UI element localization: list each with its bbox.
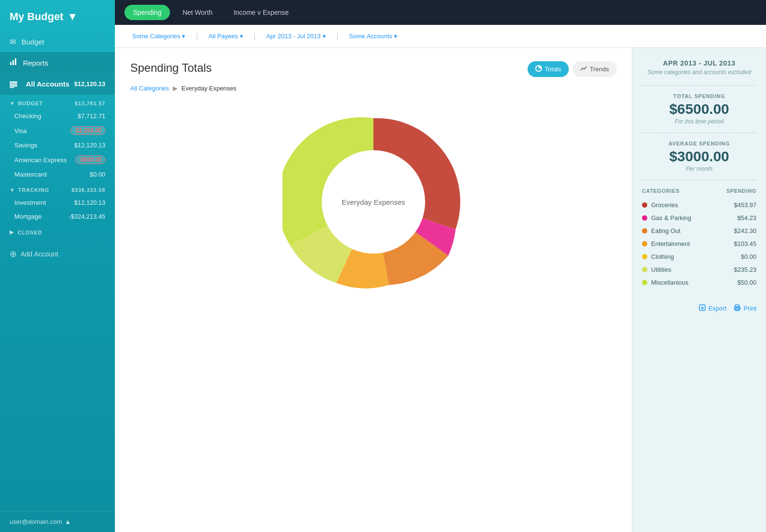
total-spending-value: $6500.00 [642, 101, 756, 117]
category-label: Utilities [651, 266, 671, 273]
closed-section-header[interactable]: ▶ CLOSED [0, 223, 115, 241]
tab-networth[interactable]: Net Worth [174, 5, 221, 20]
category-name: Entertainment [642, 240, 690, 247]
filter-payees[interactable]: All Payees ▾ [203, 30, 249, 43]
avg-spending-label: AVERAGE SPENDING [642, 141, 756, 146]
tracking-section-amount: $336,333.58 [71, 187, 105, 193]
filter-categories-dropdown-icon: ▾ [182, 33, 185, 40]
account-amex[interactable]: American Express -$500.00 [0, 152, 115, 167]
filter-sep-3: | [337, 32, 338, 41]
category-amount: $50.00 [737, 279, 756, 286]
category-amount: $103.45 [734, 240, 756, 247]
category-name: Gas & Parking [642, 214, 691, 222]
all-accounts-amount: $12,120.13 [74, 80, 105, 88]
tracking-section-header[interactable]: ▼ TRACKING $336,333.58 [0, 181, 115, 196]
user-email: user@domain.com [10, 518, 62, 525]
category-amount: $242.30 [734, 227, 756, 234]
category-name: Utilities [642, 266, 671, 273]
panel-divider-3 [642, 180, 756, 180]
donut-chart[interactable]: Everyday Expenses [282, 111, 464, 293]
category-label: Clothing [651, 253, 674, 260]
total-spending-sub: For this time period [642, 118, 756, 125]
svg-rect-1 [12, 60, 14, 65]
sidebar-item-reports[interactable]: Reports [0, 52, 115, 73]
app-title-arrow: ▼ [67, 11, 78, 23]
breadcrumb-root[interactable]: All Categories [130, 85, 169, 92]
print-label: Print [743, 305, 756, 312]
chart-header: Spending Totals Totals Trends [130, 61, 617, 77]
tab-income-expense[interactable]: Income v Expense [225, 5, 297, 20]
svg-rect-6 [10, 87, 14, 88]
category-row[interactable]: Utilities $235.23 [642, 263, 756, 276]
category-name: Miscellanious [642, 279, 688, 286]
export-button[interactable]: Export [699, 304, 727, 312]
all-accounts-icon [10, 80, 21, 88]
app-title-text: My Budget [10, 11, 63, 23]
tracking-accounts-list: Investment $12,120.13 Mortgage -$324,213… [0, 196, 115, 223]
tracking-section-label: TRACKING [18, 187, 49, 193]
account-savings[interactable]: Savings $12,120.13 [0, 138, 115, 152]
breadcrumb-separator: ▶ [173, 85, 178, 92]
category-amount: $54.23 [737, 214, 756, 222]
category-row[interactable]: Entertainment $103.45 [642, 237, 756, 250]
panel-divider-1 [642, 85, 756, 86]
svg-rect-0 [10, 62, 11, 65]
sidebar: My Budget ▼ ✉ Budget Reports All Account… [0, 0, 115, 532]
panel-footer: Export Print [642, 299, 756, 312]
category-row[interactable]: Clothing $0.00 [642, 250, 756, 263]
filter-categories[interactable]: Some Categories ▾ [126, 30, 191, 43]
account-mastercard[interactable]: Mastercard $0.00 [0, 167, 115, 181]
filter-accounts[interactable]: Some Accounts ▾ [343, 30, 403, 43]
trends-view-button[interactable]: Trends [573, 61, 617, 77]
filter-sep-1: | [196, 32, 198, 41]
add-account-button[interactable]: ⊕ Add Account [0, 243, 115, 265]
user-menu-icon[interactable]: ▲ [65, 518, 71, 525]
totals-label: Totals [545, 66, 561, 73]
budget-accounts-list: Checking $7,712.71 Visa -$2,200.00 Savin… [0, 109, 115, 181]
export-icon [699, 304, 706, 312]
category-label: Entertainment [651, 240, 690, 247]
top-navigation: Spending Net Worth Income v Expense [115, 0, 766, 25]
category-amount: $235.23 [734, 266, 756, 273]
filter-payees-label: All Payees [209, 33, 238, 40]
budget-section-header[interactable]: ▼ BUDGET $13,761.57 [0, 95, 115, 109]
filter-accounts-label: Some Accounts [349, 33, 392, 40]
category-row[interactable]: Miscellanious $50.00 [642, 276, 756, 289]
budget-section-amount: $13,761.57 [75, 100, 105, 106]
account-visa[interactable]: Visa -$2,200.00 [0, 123, 115, 138]
account-mortgage[interactable]: Mortgage -$324,213.45 [0, 210, 115, 223]
budget-section-chevron: ▼ [10, 100, 15, 106]
closed-chevron-icon: ▶ [10, 229, 14, 235]
all-accounts-item[interactable]: All Accounts $12,120.13 [0, 73, 115, 95]
sidebar-item-budget[interactable]: ✉ Budget [0, 32, 115, 52]
budget-section-label: BUDGET [18, 100, 43, 106]
breadcrumb: All Categories ▶ Everyday Expenses [130, 85, 617, 92]
account-investment[interactable]: Investment $12,120.13 [0, 196, 115, 210]
category-row[interactable]: Gas & Parking $54.23 [642, 211, 756, 224]
tab-spending[interactable]: Spending [124, 5, 170, 20]
trends-icon [580, 65, 587, 73]
category-name: Eating Out [642, 227, 680, 234]
print-button[interactable]: Print [734, 304, 756, 312]
filter-bar: Some Categories ▾ | All Payees ▾ | Apr 2… [115, 25, 766, 48]
avg-spending-value: $3000.00 [642, 148, 756, 165]
budget-icon: ✉ [10, 37, 16, 46]
categories-header: CATEGORIES SPENDING [642, 188, 756, 194]
reports-icon [10, 58, 17, 67]
sidebar-budget-label: Budget [22, 38, 45, 46]
category-row[interactable]: Eating Out $242.30 [642, 224, 756, 237]
category-amount: $453.97 [734, 201, 756, 209]
content-area: Spending Totals Totals Trends [115, 48, 766, 532]
trends-label: Trends [590, 66, 609, 73]
filter-date[interactable]: Apr 2013 - Jul 2013 ▾ [260, 30, 331, 43]
totals-view-button[interactable]: Totals [528, 61, 569, 77]
chart-view-buttons: Totals Trends [528, 61, 617, 77]
sidebar-reports-label: Reports [23, 59, 48, 67]
totals-icon [535, 65, 542, 73]
account-checking[interactable]: Checking $7,712.71 [0, 109, 115, 123]
category-row[interactable]: Groceries $453.97 [642, 199, 756, 211]
app-title[interactable]: My Budget ▼ [0, 0, 115, 32]
svg-rect-2 [15, 58, 16, 65]
category-dot [642, 280, 647, 285]
chart-title: Spending Totals [130, 61, 212, 75]
